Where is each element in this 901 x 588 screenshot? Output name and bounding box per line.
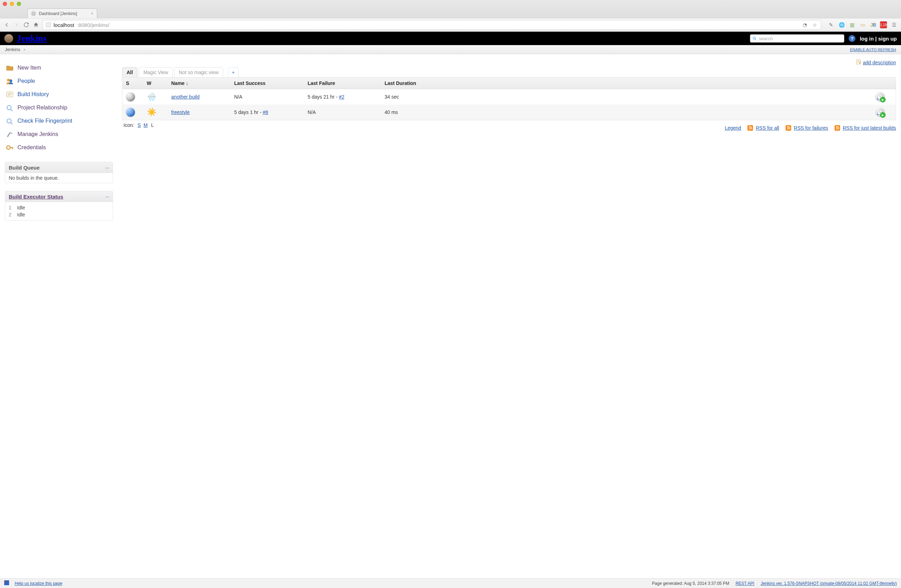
rss-failures-link[interactable]: RSS for failures <box>794 125 828 131</box>
job-link-freestyle[interactable]: freestyle <box>171 109 190 115</box>
executor-state: Idle <box>17 205 25 210</box>
sidebar-item-fingerprint[interactable]: Check File Fingerprint <box>5 114 113 128</box>
home-button[interactable] <box>33 22 39 28</box>
rss-latest-link[interactable]: RSS for just latest builds <box>843 125 896 131</box>
rss-latest: RSS for just latest builds <box>834 125 896 131</box>
icon-size-medium[interactable]: M <box>143 122 148 128</box>
sidebar-item-label: Project Relationship <box>17 104 67 111</box>
cell-last-duration: 34 sec <box>381 89 871 105</box>
rss-all-link[interactable]: RSS for all <box>756 125 779 131</box>
col-last-duration[interactable]: Last Duration <box>381 78 871 89</box>
chrome-menu-icon[interactable]: ☰ <box>890 21 898 28</box>
status-grey-icon <box>126 92 135 101</box>
weather-stormy-icon: 🌧️ <box>147 92 156 101</box>
sidebar-item-build-history[interactable]: Build History <box>5 88 113 101</box>
enable-auto-refresh-link[interactable]: ENABLE AUTO REFRESH <box>850 48 896 52</box>
close-tab-icon[interactable]: × <box>91 11 94 16</box>
fingerprint-icon <box>6 117 14 125</box>
version-link[interactable]: Jenkins ver. 1.576-SNAPSHOT (private-08/… <box>761 581 897 586</box>
extension-globe-icon[interactable]: 🌐 <box>838 21 845 28</box>
rss-icon <box>747 125 753 131</box>
sidebar-tasks: New Item People Build History Project Re… <box>5 61 113 154</box>
col-name[interactable]: Name ↓ <box>168 78 231 89</box>
sidebar-item-label: Check File Fingerprint <box>17 118 72 124</box>
add-description-link[interactable]: add description <box>863 60 896 65</box>
sidebar-item-label: New Item <box>17 65 41 71</box>
extension-jb-icon[interactable]: JB <box>870 21 876 28</box>
sidebar-item-label: Credentials <box>17 145 46 151</box>
sidebar-item-project-relationship[interactable]: Project Relationship <box>5 101 113 114</box>
manage-icon <box>6 130 14 138</box>
executor-pane: Build Executor Status — 1 Idle 2 Idle <box>5 191 113 221</box>
extension-devtools-icon[interactable]: ▥ <box>848 21 856 28</box>
help-icon[interactable]: ? <box>848 35 856 42</box>
sidebar-item-new-item[interactable]: New Item <box>5 61 113 75</box>
breadcrumb-root[interactable]: Jenkins <box>5 47 20 52</box>
bookmark-star-icon[interactable]: ☆ <box>811 21 818 28</box>
rss-icon <box>786 125 791 131</box>
schedule-build-button[interactable]: 🕒 <box>875 92 893 102</box>
address-bar[interactable]: localhost:8080/jenkins/ ◔ ☆ <box>43 20 821 30</box>
reload-button[interactable] <box>23 22 30 28</box>
sidebar-item-credentials[interactable]: Credentials <box>5 141 113 154</box>
close-window-button[interactable] <box>3 2 7 6</box>
window-controls <box>3 2 21 6</box>
collapse-icon[interactable]: — <box>105 195 109 199</box>
url-host: localhost <box>53 22 74 28</box>
jenkins-searchbox[interactable] <box>750 34 844 43</box>
new-item-icon <box>6 64 14 72</box>
tab-not-so-magic-view[interactable]: Not so magic view <box>174 67 223 77</box>
sidebar-item-manage-jenkins[interactable]: Manage Jenkins <box>5 128 113 141</box>
browser-tab[interactable]: Dashboard [Jenkins] × <box>27 8 97 18</box>
legend-link[interactable]: Legend <box>725 125 741 131</box>
icon-size-small[interactable]: S <box>137 122 140 128</box>
forward-button[interactable] <box>13 22 20 28</box>
executor-row: 1 Idle <box>9 204 109 211</box>
localize-link[interactable]: Help us localize this page <box>15 581 62 586</box>
minimize-window-button[interactable] <box>10 2 14 6</box>
sidebar-item-people[interactable]: People <box>5 75 113 88</box>
chevron-right-icon: ▸ <box>24 47 26 52</box>
sidebar: New Item People Build History Project Re… <box>0 54 117 578</box>
schedule-build-button[interactable]: 🕒 <box>875 107 893 117</box>
svg-rect-13 <box>5 581 6 582</box>
build-link[interactable]: #8 <box>263 109 268 115</box>
zoom-window-button[interactable] <box>17 2 21 6</box>
executor-title-link[interactable]: Build Executor Status <box>9 194 63 200</box>
svg-rect-2 <box>6 66 10 67</box>
rss-all: RSS for all <box>747 125 779 131</box>
clock-play-icon: 🕒 <box>875 92 885 102</box>
view-tabs: All Magic View Not so magic view + <box>122 67 896 77</box>
extension-badge-icon[interactable]: 1.19 <box>880 21 887 28</box>
jenkins-logo-link[interactable]: Jenkins <box>4 33 47 44</box>
table-row: ☀️ freestyle 5 days 1 hr - #8 N/A 40 ms … <box>122 104 896 120</box>
col-weather[interactable]: W <box>143 78 168 89</box>
col-last-success[interactable]: Last Success <box>231 78 304 89</box>
jenkins-brand: Jenkins <box>17 33 47 44</box>
auth-links: log in | sign up <box>860 36 897 42</box>
rest-api-link[interactable]: REST API <box>736 581 754 586</box>
cell-last-failure: N/A <box>304 104 381 120</box>
extension-eyedropper-icon[interactable]: ✎ <box>828 21 834 28</box>
search-input[interactable] <box>759 36 842 41</box>
browser-toolbar: localhost:8080/jenkins/ ◔ ☆ ✎ 🌐 ▥ ▭ JB 1… <box>0 18 901 31</box>
build-history-icon <box>6 90 14 99</box>
extension-page-icon[interactable]: ▭ <box>859 21 866 28</box>
col-last-failure[interactable]: Last Failure <box>304 78 381 89</box>
rss-icon <box>834 125 840 131</box>
login-link[interactable]: log in <box>860 36 874 42</box>
tab-all[interactable]: All <box>122 67 137 77</box>
sidebar-item-label: People <box>17 78 35 84</box>
omnibox-action-icon[interactable]: ◔ <box>801 21 808 28</box>
executor-number: 1 <box>9 205 14 210</box>
add-view-button[interactable]: + <box>228 67 238 77</box>
collapse-icon[interactable]: — <box>105 166 109 170</box>
signup-link[interactable]: sign up <box>878 36 897 42</box>
job-link-another-build[interactable]: another build <box>171 94 200 100</box>
build-link[interactable]: #2 <box>339 94 344 100</box>
localize-icon <box>4 580 9 586</box>
col-status[interactable]: S <box>122 78 143 89</box>
tab-magic-view[interactable]: Magic View <box>139 67 173 77</box>
table-row: 🌧️ another build N/A 5 days 21 hr - #2 3… <box>122 89 896 105</box>
back-button[interactable] <box>3 22 10 28</box>
